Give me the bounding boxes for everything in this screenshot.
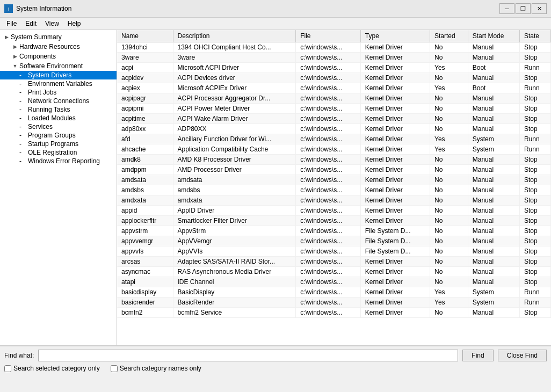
column-header-state[interactable]: State: [519, 30, 550, 42]
table-row[interactable]: appvvemgrAppVVemgrc:\windows\s...File Sy…: [117, 236, 551, 246]
table-cell-state: Stop: [519, 155, 550, 165]
sidebar-item-network-connections[interactable]: -Network Connections: [0, 97, 117, 105]
bottom-bar: Find what: Find Close Find Search select…: [0, 346, 551, 375]
table-container[interactable]: NameDescriptionFileTypeStartedStart Mode…: [117, 30, 551, 345]
table-cell-start-mode: Manual: [468, 114, 519, 124]
column-header-file[interactable]: File: [296, 30, 361, 42]
table-row[interactable]: amdppmAMD Processor Driverc:\windows\s..…: [117, 165, 551, 175]
table-row[interactable]: amdxataamdxatac:\windows\s...Kernel Driv…: [117, 195, 551, 206]
tree-dash-icon: -: [19, 97, 28, 105]
search-category-names-checkbox-label[interactable]: Search category names only: [111, 365, 201, 372]
table-row[interactable]: afdAncillary Function Driver for Wi...c:…: [117, 134, 551, 144]
table-row[interactable]: appvvfsAppVVfsc:\windows\s...File System…: [117, 246, 551, 257]
table-cell-name: amdk8: [117, 155, 173, 165]
expander-icon: ▶: [11, 42, 19, 51]
maximize-button[interactable]: ❐: [516, 3, 531, 14]
main-area: ▶System Summary▶Hardware Resources▶Compo…: [0, 30, 551, 346]
table-cell-description: RAS Asynchronous Media Driver: [173, 267, 296, 277]
table-cell-started: Yes: [430, 297, 468, 308]
find-button[interactable]: Find: [462, 350, 493, 361]
table-row[interactable]: amdk8AMD K8 Processor Driverc:\windows\s…: [117, 155, 551, 165]
table-row[interactable]: asyncmacRAS Asynchronous Media Driverc:\…: [117, 267, 551, 277]
table-cell-started: No: [430, 277, 468, 287]
table-cell-started: Yes: [430, 134, 468, 144]
table-row[interactable]: arcsasAdaptec SAS/SATA-II RAID Stor...c:…: [117, 257, 551, 267]
table-row[interactable]: 1394ohci1394 OHCI Compliant Host Co...c:…: [117, 42, 551, 53]
sidebar-item-label: Program Groups: [28, 132, 76, 139]
search-selected-category-checkbox-label[interactable]: Search selected category only: [4, 365, 100, 372]
table-cell-started: No: [430, 236, 468, 246]
table-cell-state: Stop: [519, 124, 550, 134]
table-row[interactable]: basicrenderBasicRenderc:\windows\s...Ker…: [117, 297, 551, 308]
table-row[interactable]: acpipmiACPI Power Meter Driverc:\windows…: [117, 104, 551, 114]
sidebar-item-system-summary[interactable]: ▶System Summary: [0, 32, 117, 42]
table-row[interactable]: appvstrmAppvStrmc:\windows\s...File Syst…: [117, 226, 551, 236]
table-cell-start-mode: System: [468, 287, 519, 297]
sidebar-item-label: Components: [19, 53, 56, 60]
close-button[interactable]: ✕: [532, 3, 547, 14]
sidebar-item-loaded-modules[interactable]: -Loaded Modules: [0, 114, 117, 122]
table-row[interactable]: acpiMicrosoft ACPI Driverc:\windows\s...…: [117, 63, 551, 73]
minimize-button[interactable]: ─: [499, 3, 514, 14]
table-cell-type: Kernel Driver: [360, 83, 430, 93]
sidebar-item-environment-variables[interactable]: -Environment Variables: [0, 79, 117, 88]
menu-item-help[interactable]: Help: [63, 19, 85, 28]
table-row[interactable]: bcmfn2bcmfn2 Servicec:\windows\s...Kerne…: [117, 308, 551, 318]
table-cell-start-mode: System: [468, 134, 519, 144]
table-cell-type: Kernel Driver: [360, 257, 430, 267]
table-row[interactable]: applockerfltrSmartlocker Filter Driverc:…: [117, 216, 551, 226]
column-header-started[interactable]: Started: [430, 30, 468, 42]
table-cell-type: Kernel Driver: [360, 287, 430, 297]
table-cell-description: amdsata: [173, 175, 296, 185]
tree-dash-icon: -: [19, 114, 28, 122]
table-row[interactable]: adp80xxADP80XXc:\windows\s...Kernel Driv…: [117, 124, 551, 134]
column-header-description[interactable]: Description: [173, 30, 296, 42]
menu-item-view[interactable]: View: [41, 19, 63, 28]
sidebar-item-running-tasks[interactable]: -Running Tasks: [0, 105, 117, 114]
table-cell-file: c:\windows\s...: [296, 63, 361, 73]
table-row[interactable]: acpitimeACPI Wake Alarm Driverc:\windows…: [117, 114, 551, 124]
table-cell-state: Stop: [519, 42, 550, 53]
column-header-type[interactable]: Type: [360, 30, 430, 42]
table-row[interactable]: acpipagrACPI Processor Aggregator Dr...c…: [117, 93, 551, 104]
table-row[interactable]: acpiexMicrosoft ACPIEx Driverc:\windows\…: [117, 83, 551, 93]
sidebar-item-components[interactable]: ▶Components: [0, 52, 117, 61]
sidebar-item-hardware-resources[interactable]: ▶Hardware Resources: [0, 42, 117, 52]
table-row[interactable]: atapiIDE Channelc:\windows\s...Kernel Dr…: [117, 277, 551, 287]
sidebar-item-software-environment[interactable]: ▼Software Environment: [0, 61, 117, 71]
table-cell-description: ACPI Power Meter Driver: [173, 104, 296, 114]
table-cell-state: Runn: [519, 144, 550, 155]
search-category-names-checkbox[interactable]: [111, 365, 118, 372]
sidebar-item-ole-registration[interactable]: -OLE Registration: [0, 148, 117, 157]
sidebar-item-startup-programs[interactable]: -Startup Programs: [0, 140, 117, 148]
table-row[interactable]: amdsataamdsatac:\windows\s...Kernel Driv…: [117, 175, 551, 185]
table-row[interactable]: ahcacheApplication Compatibility Cachec:…: [117, 144, 551, 155]
table-cell-type: Kernel Driver: [360, 134, 430, 144]
table-cell-file: c:\windows\s...: [296, 155, 361, 165]
column-header-start-mode[interactable]: Start Mode: [468, 30, 519, 42]
menu-item-file[interactable]: File: [2, 19, 21, 28]
sidebar-item-program-groups[interactable]: -Program Groups: [0, 131, 117, 140]
table-cell-type: Kernel Driver: [360, 53, 430, 63]
tree-dash-icon: -: [19, 132, 28, 139]
sidebar-item-print-jobs[interactable]: -Print Jobs: [0, 88, 117, 97]
menu-item-edit[interactable]: Edit: [21, 19, 41, 28]
table-cell-started: No: [430, 53, 468, 63]
table-row[interactable]: appidAppID Driverc:\windows\s...Kernel D…: [117, 206, 551, 216]
sidebar-item-system-drivers[interactable]: -System Drivers: [0, 71, 117, 79]
table-cell-name: acpiex: [117, 83, 173, 93]
table-row[interactable]: acpidevACPI Devices driverc:\windows\s..…: [117, 73, 551, 83]
table-row[interactable]: 3ware3warec:\windows\s...Kernel DriverNo…: [117, 53, 551, 63]
table-row[interactable]: basicdisplayBasicDisplayc:\windows\s...K…: [117, 287, 551, 297]
search-selected-category-checkbox[interactable]: [4, 365, 11, 372]
sidebar-item-services[interactable]: -Services: [0, 122, 117, 131]
find-input[interactable]: [38, 350, 458, 361]
column-header-name[interactable]: Name: [117, 30, 173, 42]
close-find-button[interactable]: Close Find: [498, 350, 547, 361]
table-row[interactable]: amdsbsamdsbsc:\windows\s...Kernel Driver…: [117, 185, 551, 195]
table-cell-state: Stop: [519, 53, 550, 63]
sidebar-item-label: Hardware Resources: [19, 43, 80, 50]
sidebar-item-label: Windows Error Reporting: [28, 157, 100, 165]
sidebar-item-windows-error-reporting[interactable]: -Windows Error Reporting: [0, 157, 117, 165]
table-cell-state: Stop: [519, 114, 550, 124]
